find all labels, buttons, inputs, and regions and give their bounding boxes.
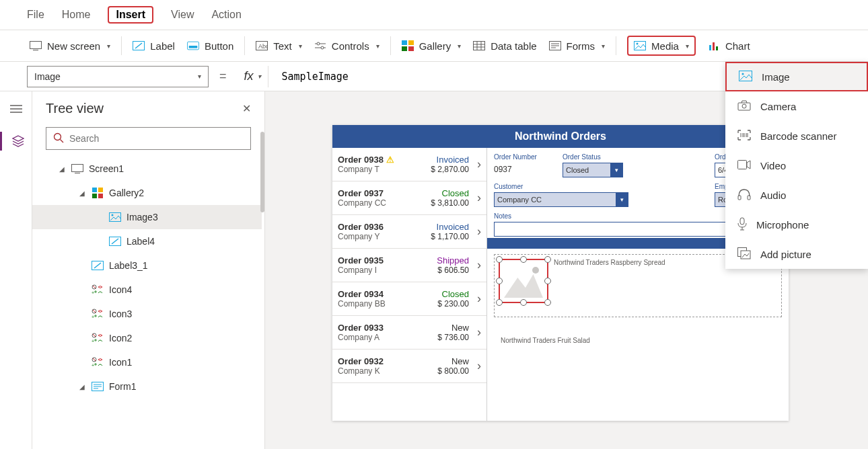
order-list-item[interactable]: Order 0933Company ANew$ 736.00› (332, 316, 486, 350)
resize-handle[interactable] (544, 299, 551, 306)
tree-item-label: Image3 (126, 212, 158, 222)
tree-search-input[interactable] (69, 133, 244, 144)
menu-file[interactable]: File (27, 6, 44, 24)
hamburger-icon[interactable] (7, 99, 26, 118)
chevron-right-icon[interactable]: › (477, 359, 481, 373)
tree-toggle-icon[interactable]: ◢ (59, 165, 66, 173)
tree-search-box[interactable] (46, 127, 251, 150)
order-company: Company BB (338, 299, 433, 309)
resize-handle[interactable] (520, 299, 527, 306)
order-company: Company I (338, 266, 433, 275)
resize-handle[interactable] (496, 299, 503, 306)
order-price: $ 606.50 (437, 266, 469, 275)
new-screen-button[interactable]: New screen ▾ (30, 40, 110, 52)
forms-btn-label: Forms (567, 40, 595, 52)
media-menu-add-picture-label: Add picture (760, 249, 811, 260)
tree-item-image3[interactable]: Image3 (32, 205, 262, 229)
tree-item-gallery2[interactable]: ◢Gallery2 (32, 181, 262, 205)
label-icon (92, 259, 104, 272)
chevron-right-icon[interactable]: › (477, 191, 481, 205)
label-button[interactable]: Label (133, 40, 175, 52)
menu-action[interactable]: Action (211, 6, 241, 24)
fx-button[interactable]: fx ▾ (238, 66, 268, 87)
order-price: $ 736.00 (437, 333, 469, 342)
chevron-right-icon[interactable]: › (477, 258, 481, 272)
tree-item-icon2[interactable]: +Icon2 (32, 326, 262, 350)
close-icon[interactable]: ✕ (242, 102, 251, 115)
media-menu-image[interactable]: Image (725, 62, 868, 91)
order-list-item[interactable]: Order 0932Company KNew$ 800.00› (332, 350, 486, 383)
order-list-item[interactable]: Order 0938⚠Company TInvoiced$ 2,870.00› (332, 148, 486, 181)
forms-button[interactable]: Forms ▾ (549, 40, 606, 52)
chevron-down-icon: ▾ (602, 42, 605, 50)
tree-toggle-icon[interactable]: ◢ (79, 190, 86, 197)
chevron-right-icon[interactable]: › (477, 225, 481, 239)
order-price: $ 800.00 (437, 366, 469, 376)
tree-toggle-icon[interactable]: ◢ (79, 383, 86, 391)
tree-item-label: Icon1 (109, 357, 132, 368)
menu-view[interactable]: View (171, 6, 194, 24)
order-status-label: Order Status (563, 153, 623, 161)
svg-line-52 (93, 310, 96, 313)
resize-handle[interactable] (496, 278, 503, 284)
text-button[interactable]: Abc Text ▾ (256, 40, 302, 52)
svg-rect-28 (713, 42, 715, 50)
media-menu-camera[interactable]: Camera (725, 91, 868, 121)
media-menu-camera-label: Camera (760, 101, 796, 112)
scrollbar-thumb[interactable] (260, 132, 264, 212)
chevron-right-icon[interactable]: › (477, 157, 481, 171)
tree-item-icon1[interactable]: +Icon1 (32, 350, 262, 374)
datatable-button[interactable]: Data table (473, 40, 536, 52)
chevron-down-icon: ▾ (258, 73, 261, 80)
order-company: Company A (338, 333, 433, 342)
controls-button[interactable]: Controls ▾ (314, 40, 379, 52)
svg-text:+: + (92, 363, 94, 368)
menu-home[interactable]: Home (62, 6, 91, 24)
menu-insert[interactable]: Insert (108, 6, 153, 24)
media-menu-audio[interactable]: Audio (725, 180, 868, 210)
tree-item-screen1[interactable]: ◢Screen1 (32, 157, 262, 181)
gallery-button[interactable]: Gallery ▾ (402, 40, 462, 52)
property-selector[interactable]: Image ▾ (27, 66, 209, 87)
order-list-item[interactable]: Order 0935Company IShipped$ 606.50› (332, 249, 486, 282)
tree-items-container: ◢Screen1◢Gallery2Image3Label4Label3_1+Ic… (32, 157, 264, 449)
order-gallery[interactable]: Order 0938⚠Company TInvoiced$ 2,870.00›O… (332, 148, 487, 421)
svg-rect-5 (189, 46, 198, 48)
layers-icon[interactable] (0, 132, 32, 151)
tree-item-icon3[interactable]: +Icon3 (32, 302, 262, 326)
gallery-icon (92, 187, 104, 199)
order-company: Company Y (338, 232, 427, 241)
tree-item-label: Label3_1 (109, 260, 148, 271)
tree-item-icon4[interactable]: +Icon4 (32, 278, 262, 302)
chevron-down-icon: ▾ (458, 42, 461, 50)
media-menu-microphone[interactable]: Microphone (725, 210, 868, 239)
customer-dropdown[interactable]: Company CC▾ (494, 192, 628, 207)
svg-rect-40 (92, 194, 97, 198)
button-button[interactable]: Button (187, 40, 233, 52)
resize-handle[interactable] (520, 256, 527, 263)
charts-button[interactable]: Chart (708, 40, 750, 52)
charts-btn-label: Chart (725, 40, 750, 52)
camera-icon (737, 100, 751, 113)
svg-rect-41 (98, 194, 103, 198)
icon-icon: + (92, 308, 104, 320)
media-button[interactable]: Media ▾ (627, 36, 696, 56)
chevron-right-icon[interactable]: › (477, 325, 481, 339)
chevron-right-icon[interactable]: › (477, 292, 481, 306)
resize-handle[interactable] (544, 256, 551, 263)
icon-icon: + (92, 356, 104, 368)
tree-item-form1[interactable]: ◢Form1 (32, 374, 262, 399)
order-status-dropdown[interactable]: Closed▾ (563, 163, 623, 177)
media-menu-video[interactable]: Video (725, 151, 868, 180)
svg-point-74 (742, 104, 746, 108)
media-menu-add-picture[interactable]: Add picture (725, 239, 868, 269)
order-list-item[interactable]: Order 0934Company BBClosed$ 230.00› (332, 282, 486, 316)
resize-handle[interactable] (496, 256, 503, 263)
order-list-item[interactable]: Order 0937Company CCClosed$ 3,810.00› (332, 181, 486, 215)
tree-item-label4[interactable]: Label4 (32, 229, 262, 253)
order-list-item[interactable]: Order 0936Company YInvoiced$ 1,170.00› (332, 215, 486, 249)
tree-item-label3_1[interactable]: Label3_1 (32, 253, 262, 278)
resize-handle[interactable] (544, 278, 551, 284)
image-control-selected[interactable] (499, 259, 548, 303)
media-menu-barcode[interactable]: Barcode scanner (725, 121, 868, 151)
